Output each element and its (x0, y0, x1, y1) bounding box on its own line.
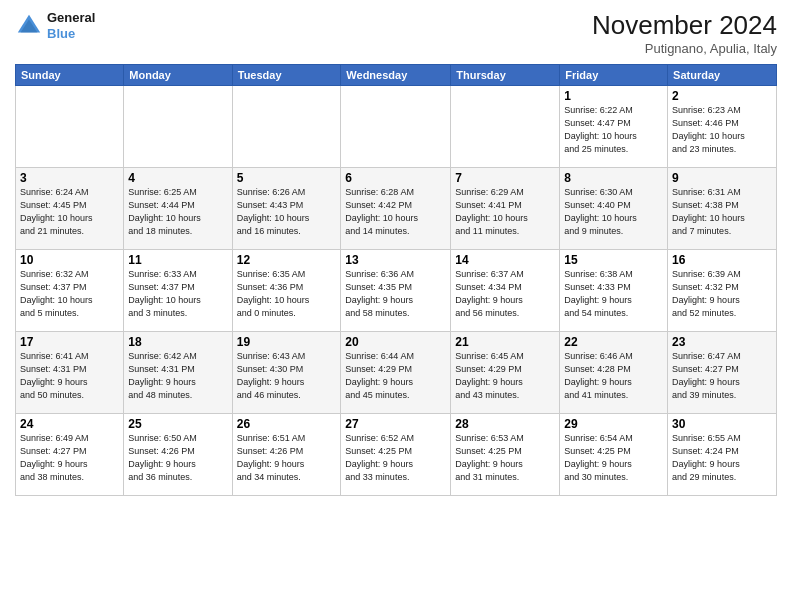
cell-3-6: 23Sunrise: 6:47 AM Sunset: 4:27 PM Dayli… (668, 332, 777, 414)
day-info: Sunrise: 6:51 AM Sunset: 4:26 PM Dayligh… (237, 432, 337, 484)
header-row: Sunday Monday Tuesday Wednesday Thursday… (16, 65, 777, 86)
day-info: Sunrise: 6:32 AM Sunset: 4:37 PM Dayligh… (20, 268, 119, 320)
page: General Blue November 2024 Putignano, Ap… (0, 0, 792, 612)
logo-icon (15, 12, 43, 40)
col-wednesday: Wednesday (341, 65, 451, 86)
cell-0-3 (341, 86, 451, 168)
day-info: Sunrise: 6:38 AM Sunset: 4:33 PM Dayligh… (564, 268, 663, 320)
day-info: Sunrise: 6:49 AM Sunset: 4:27 PM Dayligh… (20, 432, 119, 484)
cell-2-1: 11Sunrise: 6:33 AM Sunset: 4:37 PM Dayli… (124, 250, 232, 332)
day-info: Sunrise: 6:22 AM Sunset: 4:47 PM Dayligh… (564, 104, 663, 156)
cell-2-5: 15Sunrise: 6:38 AM Sunset: 4:33 PM Dayli… (560, 250, 668, 332)
cell-3-5: 22Sunrise: 6:46 AM Sunset: 4:28 PM Dayli… (560, 332, 668, 414)
day-number: 13 (345, 253, 446, 267)
day-number: 20 (345, 335, 446, 349)
day-info: Sunrise: 6:52 AM Sunset: 4:25 PM Dayligh… (345, 432, 446, 484)
day-number: 17 (20, 335, 119, 349)
col-tuesday: Tuesday (232, 65, 341, 86)
day-info: Sunrise: 6:54 AM Sunset: 4:25 PM Dayligh… (564, 432, 663, 484)
day-info: Sunrise: 6:28 AM Sunset: 4:42 PM Dayligh… (345, 186, 446, 238)
cell-4-3: 27Sunrise: 6:52 AM Sunset: 4:25 PM Dayli… (341, 414, 451, 496)
col-monday: Monday (124, 65, 232, 86)
month-title: November 2024 (592, 10, 777, 41)
cell-3-1: 18Sunrise: 6:42 AM Sunset: 4:31 PM Dayli… (124, 332, 232, 414)
day-number: 21 (455, 335, 555, 349)
week-row-2: 10Sunrise: 6:32 AM Sunset: 4:37 PM Dayli… (16, 250, 777, 332)
day-number: 29 (564, 417, 663, 431)
cell-1-1: 4Sunrise: 6:25 AM Sunset: 4:44 PM Daylig… (124, 168, 232, 250)
cell-4-6: 30Sunrise: 6:55 AM Sunset: 4:24 PM Dayli… (668, 414, 777, 496)
day-number: 1 (564, 89, 663, 103)
logo-text: General Blue (47, 10, 95, 41)
day-info: Sunrise: 6:39 AM Sunset: 4:32 PM Dayligh… (672, 268, 772, 320)
cell-1-6: 9Sunrise: 6:31 AM Sunset: 4:38 PM Daylig… (668, 168, 777, 250)
day-info: Sunrise: 6:31 AM Sunset: 4:38 PM Dayligh… (672, 186, 772, 238)
day-info: Sunrise: 6:43 AM Sunset: 4:30 PM Dayligh… (237, 350, 337, 402)
day-info: Sunrise: 6:46 AM Sunset: 4:28 PM Dayligh… (564, 350, 663, 402)
cell-1-3: 6Sunrise: 6:28 AM Sunset: 4:42 PM Daylig… (341, 168, 451, 250)
week-row-3: 17Sunrise: 6:41 AM Sunset: 4:31 PM Dayli… (16, 332, 777, 414)
day-number: 18 (128, 335, 227, 349)
day-info: Sunrise: 6:25 AM Sunset: 4:44 PM Dayligh… (128, 186, 227, 238)
cell-4-2: 26Sunrise: 6:51 AM Sunset: 4:26 PM Dayli… (232, 414, 341, 496)
day-number: 24 (20, 417, 119, 431)
day-info: Sunrise: 6:35 AM Sunset: 4:36 PM Dayligh… (237, 268, 337, 320)
day-info: Sunrise: 6:44 AM Sunset: 4:29 PM Dayligh… (345, 350, 446, 402)
day-number: 16 (672, 253, 772, 267)
day-number: 6 (345, 171, 446, 185)
day-number: 9 (672, 171, 772, 185)
cell-2-3: 13Sunrise: 6:36 AM Sunset: 4:35 PM Dayli… (341, 250, 451, 332)
cell-4-4: 28Sunrise: 6:53 AM Sunset: 4:25 PM Dayli… (451, 414, 560, 496)
day-number: 5 (237, 171, 337, 185)
cell-3-3: 20Sunrise: 6:44 AM Sunset: 4:29 PM Dayli… (341, 332, 451, 414)
cell-0-0 (16, 86, 124, 168)
cell-1-0: 3Sunrise: 6:24 AM Sunset: 4:45 PM Daylig… (16, 168, 124, 250)
cell-4-0: 24Sunrise: 6:49 AM Sunset: 4:27 PM Dayli… (16, 414, 124, 496)
logo: General Blue (15, 10, 95, 41)
col-thursday: Thursday (451, 65, 560, 86)
day-info: Sunrise: 6:47 AM Sunset: 4:27 PM Dayligh… (672, 350, 772, 402)
day-number: 8 (564, 171, 663, 185)
logo-line1: General (47, 10, 95, 25)
day-number: 14 (455, 253, 555, 267)
day-info: Sunrise: 6:50 AM Sunset: 4:26 PM Dayligh… (128, 432, 227, 484)
day-info: Sunrise: 6:41 AM Sunset: 4:31 PM Dayligh… (20, 350, 119, 402)
day-number: 10 (20, 253, 119, 267)
day-info: Sunrise: 6:30 AM Sunset: 4:40 PM Dayligh… (564, 186, 663, 238)
week-row-0: 1Sunrise: 6:22 AM Sunset: 4:47 PM Daylig… (16, 86, 777, 168)
title-block: November 2024 Putignano, Apulia, Italy (592, 10, 777, 56)
cell-0-2 (232, 86, 341, 168)
day-info: Sunrise: 6:23 AM Sunset: 4:46 PM Dayligh… (672, 104, 772, 156)
cell-2-4: 14Sunrise: 6:37 AM Sunset: 4:34 PM Dayli… (451, 250, 560, 332)
header: General Blue November 2024 Putignano, Ap… (15, 10, 777, 56)
day-info: Sunrise: 6:24 AM Sunset: 4:45 PM Dayligh… (20, 186, 119, 238)
day-number: 3 (20, 171, 119, 185)
logo-line2: Blue (47, 26, 75, 41)
cell-3-4: 21Sunrise: 6:45 AM Sunset: 4:29 PM Dayli… (451, 332, 560, 414)
day-info: Sunrise: 6:55 AM Sunset: 4:24 PM Dayligh… (672, 432, 772, 484)
week-row-1: 3Sunrise: 6:24 AM Sunset: 4:45 PM Daylig… (16, 168, 777, 250)
cell-4-1: 25Sunrise: 6:50 AM Sunset: 4:26 PM Dayli… (124, 414, 232, 496)
day-info: Sunrise: 6:36 AM Sunset: 4:35 PM Dayligh… (345, 268, 446, 320)
day-number: 22 (564, 335, 663, 349)
day-info: Sunrise: 6:33 AM Sunset: 4:37 PM Dayligh… (128, 268, 227, 320)
day-number: 27 (345, 417, 446, 431)
day-number: 26 (237, 417, 337, 431)
day-number: 30 (672, 417, 772, 431)
day-info: Sunrise: 6:42 AM Sunset: 4:31 PM Dayligh… (128, 350, 227, 402)
day-info: Sunrise: 6:45 AM Sunset: 4:29 PM Dayligh… (455, 350, 555, 402)
day-info: Sunrise: 6:26 AM Sunset: 4:43 PM Dayligh… (237, 186, 337, 238)
cell-2-6: 16Sunrise: 6:39 AM Sunset: 4:32 PM Dayli… (668, 250, 777, 332)
cell-3-0: 17Sunrise: 6:41 AM Sunset: 4:31 PM Dayli… (16, 332, 124, 414)
week-row-4: 24Sunrise: 6:49 AM Sunset: 4:27 PM Dayli… (16, 414, 777, 496)
col-saturday: Saturday (668, 65, 777, 86)
day-number: 25 (128, 417, 227, 431)
cell-2-0: 10Sunrise: 6:32 AM Sunset: 4:37 PM Dayli… (16, 250, 124, 332)
day-info: Sunrise: 6:53 AM Sunset: 4:25 PM Dayligh… (455, 432, 555, 484)
day-number: 19 (237, 335, 337, 349)
calendar: Sunday Monday Tuesday Wednesday Thursday… (15, 64, 777, 496)
day-number: 15 (564, 253, 663, 267)
cell-3-2: 19Sunrise: 6:43 AM Sunset: 4:30 PM Dayli… (232, 332, 341, 414)
day-number: 11 (128, 253, 227, 267)
cell-4-5: 29Sunrise: 6:54 AM Sunset: 4:25 PM Dayli… (560, 414, 668, 496)
